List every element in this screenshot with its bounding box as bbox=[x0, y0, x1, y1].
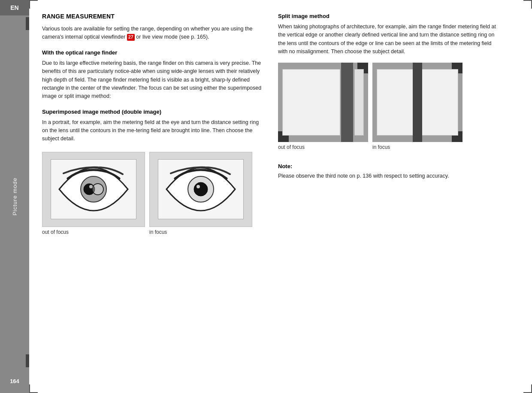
superimposed-title: Superimposed image method (double image) bbox=[42, 109, 265, 115]
svg-point-4 bbox=[89, 185, 93, 188]
corner-br bbox=[523, 384, 532, 393]
sidebar: EN Picture mode 164 bbox=[0, 0, 29, 393]
split-in-focus-wrapper: in focus bbox=[372, 63, 462, 150]
optical-title: With the optical range finder bbox=[42, 49, 265, 56]
eye-out-focus-box bbox=[42, 152, 145, 227]
eye-out-focus-label: out of focus bbox=[42, 229, 69, 235]
note-title: Note: bbox=[278, 163, 501, 169]
split-title: Split image method bbox=[278, 13, 501, 19]
split-out-focus-box bbox=[278, 63, 368, 142]
main-content: RANGE MEASUREMENT Various tools are avai… bbox=[29, 0, 532, 393]
eye-out-focus-svg bbox=[55, 166, 132, 213]
corner-bl bbox=[29, 384, 38, 393]
eye-in-focus-box bbox=[149, 152, 252, 227]
eye-out-focus-wrapper: out of focus bbox=[42, 152, 145, 235]
eye-in-focus-inner bbox=[158, 159, 244, 219]
split-out-focus-label: out of focus bbox=[278, 144, 305, 150]
right-column: Split image method When taking photograp… bbox=[278, 13, 501, 384]
split-out-focus-wrapper: out of focus bbox=[278, 63, 368, 150]
page-title: RANGE MEASUREMENT bbox=[42, 13, 265, 20]
optical-text: Due to its large effective metering basi… bbox=[42, 59, 265, 101]
split-in-focus-label: in focus bbox=[372, 144, 390, 150]
sidebar-section-label: Picture mode bbox=[12, 178, 18, 216]
badge-27: 27 bbox=[127, 34, 135, 40]
split-out-stripe bbox=[341, 63, 353, 142]
sidebar-page-number: 164 bbox=[10, 378, 19, 384]
split-out-right-area bbox=[354, 69, 364, 136]
split-in-center-stripe bbox=[413, 63, 422, 142]
split-in-focus-box bbox=[372, 63, 462, 142]
corner-tl bbox=[29, 0, 38, 9]
sidebar-lang: EN bbox=[0, 0, 29, 15]
corner-tr bbox=[523, 0, 532, 9]
eye-in-focus-wrapper: in focus bbox=[149, 152, 252, 235]
note-section: Note: Please observe the third note on p… bbox=[278, 163, 501, 180]
svg-point-6 bbox=[194, 182, 208, 196]
sidebar-top-mark bbox=[26, 17, 29, 30]
eye-out-focus-inner bbox=[51, 159, 136, 219]
eye-diagrams: out of focus bbox=[42, 152, 265, 235]
split-text: When taking photographs of architecture,… bbox=[278, 23, 501, 56]
eye-in-focus-label: in focus bbox=[149, 229, 167, 235]
split-out-left-area bbox=[282, 69, 340, 136]
sidebar-bottom-mark bbox=[26, 354, 29, 367]
intro-paragraph: Various tools are available for setting … bbox=[42, 25, 265, 42]
svg-point-7 bbox=[196, 185, 200, 188]
intro-text-2: or live view mode (see p. 165). bbox=[136, 34, 209, 40]
eye-in-focus-svg bbox=[162, 166, 239, 213]
superimposed-text: In a portrait, for example, aim the mete… bbox=[42, 118, 265, 143]
split-diagrams: out of focus in focus bbox=[278, 63, 501, 150]
left-column: RANGE MEASUREMENT Various tools are avai… bbox=[42, 13, 265, 384]
note-text: Please observe the third note on p. 136 … bbox=[278, 172, 501, 180]
